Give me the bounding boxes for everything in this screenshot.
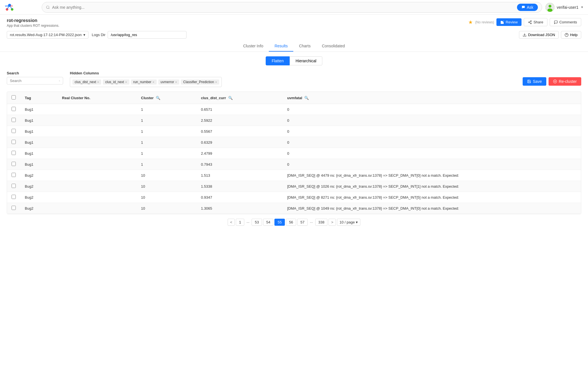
table-row: Bug112.47990: [7, 148, 581, 159]
share-button[interactable]: Share: [524, 18, 547, 26]
comments-button[interactable]: Comments: [550, 18, 581, 26]
avatar: [545, 3, 554, 12]
row-checkbox[interactable]: [12, 140, 16, 144]
tag-chip-clus-id-next: clus_id_next ×: [103, 79, 129, 85]
nav-tabs: Cluster Info Results Charts Consolidated: [7, 41, 581, 52]
row-checkbox[interactable]: [12, 184, 16, 188]
cell-clus-dist-curr: 1.5338: [196, 181, 283, 192]
cell-cluster: 10: [137, 170, 197, 181]
th-select-all[interactable]: [7, 92, 20, 104]
help-button[interactable]: Help: [561, 31, 581, 39]
cell-real-cluster-no: [57, 203, 136, 214]
per-page-selector[interactable]: 10 / page ▾: [337, 219, 360, 226]
row-checkbox[interactable]: [12, 129, 16, 133]
cell-real-cluster-no: [57, 170, 136, 181]
page-57-button[interactable]: 57: [297, 219, 307, 226]
cell-real-cluster-no: [57, 137, 136, 148]
th-clus-dist-curr: clus_dist_curr 🔍: [196, 92, 283, 104]
page-1-button[interactable]: 1: [236, 219, 244, 226]
cell-real-cluster-no: [57, 104, 136, 115]
star-button[interactable]: ★: [468, 19, 473, 25]
logo: verif AI: [5, 2, 38, 12]
share-icon: [528, 20, 532, 24]
search-section: Search: [7, 71, 63, 85]
cell-clus-dist-curr: 0.5567: [196, 126, 283, 137]
search-bar[interactable]: Ask: [42, 2, 542, 13]
row-checkbox[interactable]: [12, 206, 16, 210]
app-description: App that clusters ROT regressions.: [7, 24, 59, 28]
hierarchical-toggle[interactable]: Hierarchical: [290, 56, 322, 65]
user-menu[interactable]: verifai-user1 ▼: [545, 3, 583, 12]
cell-uvmfatal: [DMA_ISR_SEQ] @ 1026 ns: {rot_dma_xfr_tr…: [283, 181, 581, 192]
logs-dir-label: Logs Dir: [92, 33, 105, 37]
cell-tag: Bug1: [20, 159, 57, 170]
row-checkbox[interactable]: [12, 107, 16, 111]
table-header-row: Tag Real Cluster No. Cluster 🔍 clus_dist…: [7, 92, 581, 104]
uvmfatal-search-icon[interactable]: 🔍: [304, 96, 309, 100]
page-56-button[interactable]: 56: [286, 219, 296, 226]
search-input-wrap[interactable]: [7, 77, 63, 85]
cell-tag: Bug2: [20, 181, 57, 192]
recluster-button[interactable]: Re-cluster: [549, 77, 581, 86]
cell-uvmfatal: 0: [283, 104, 581, 115]
pagination: < 1 ··· 53 54 55 56 57 ··· 338 > 10 / pa…: [7, 214, 581, 230]
cell-tag: Bug1: [20, 104, 57, 115]
cell-tag: Bug1: [20, 126, 57, 137]
ai-search-input[interactable]: [52, 5, 515, 10]
ellipsis-left: ···: [245, 219, 251, 225]
page-53-button[interactable]: 53: [252, 219, 262, 226]
page-last-button[interactable]: 338: [315, 219, 328, 226]
page-55-button[interactable]: 55: [274, 219, 285, 226]
remove-uvmerror[interactable]: ×: [175, 80, 177, 84]
chevron-down-icon: ▼: [581, 6, 583, 9]
ask-button[interactable]: Ask: [517, 4, 538, 11]
review-button[interactable]: Review: [496, 18, 522, 26]
cell-real-cluster-no: [57, 192, 136, 203]
page-54-button[interactable]: 54: [263, 219, 273, 226]
cell-real-cluster-no: [57, 115, 136, 126]
hidden-columns-tags: clus_dist_next × clus_id_next × run_numb…: [70, 77, 222, 87]
cell-clus-dist-curr: 0.6329: [196, 137, 283, 148]
th-cluster: Cluster 🔍: [137, 92, 197, 104]
cell-cluster: 1: [137, 159, 197, 170]
svg-text:verif: verif: [5, 5, 11, 7]
table-row: Bug2101.3065[DMA_ISR_SEQ] @ 1049 ns: {ro…: [7, 203, 581, 214]
remove-clus-id-next[interactable]: ×: [125, 80, 127, 84]
remove-classifier-prediction[interactable]: ×: [215, 80, 217, 84]
th-tag: Tag: [20, 92, 57, 104]
cell-real-cluster-no: [57, 181, 136, 192]
logs-dir-input[interactable]: [108, 31, 187, 39]
row-checkbox[interactable]: [12, 151, 16, 155]
next-page-button[interactable]: >: [329, 219, 336, 226]
download-json-button[interactable]: Download JSON: [519, 31, 559, 39]
row-checkbox[interactable]: [12, 162, 16, 166]
tag-chip-uvmerror: uvmerror ×: [158, 79, 179, 85]
table-body: Bug110.65710Bug112.59220Bug110.55670Bug1…: [7, 104, 581, 214]
tab-charts[interactable]: Charts: [293, 41, 316, 52]
tab-consolidated[interactable]: Consolidated: [316, 41, 350, 52]
cell-uvmfatal: 0: [283, 159, 581, 170]
tab-results[interactable]: Results: [269, 41, 293, 52]
svg-point-11: [531, 21, 532, 22]
cell-uvmfatal: 0: [283, 126, 581, 137]
search-input[interactable]: [10, 79, 57, 83]
cell-tag: Bug1: [20, 148, 57, 159]
th-uvmfatal: uvmfatal 🔍: [283, 92, 581, 104]
remove-clus-dist-next[interactable]: ×: [97, 80, 99, 84]
prev-page-button[interactable]: <: [228, 219, 235, 226]
remove-run-number[interactable]: ×: [152, 80, 154, 84]
tab-cluster-info[interactable]: Cluster Info: [238, 41, 269, 52]
flatten-toggle[interactable]: Flatten: [266, 56, 290, 65]
select-all-checkbox[interactable]: [12, 95, 16, 99]
row-checkbox[interactable]: [12, 173, 16, 177]
file-selector[interactable]: rot.results.Wed-Aug-17-12:14-PM-2022.jso…: [7, 31, 88, 39]
row-checkbox[interactable]: [12, 195, 16, 199]
clus-dist-search-icon[interactable]: 🔍: [228, 96, 233, 100]
save-button[interactable]: Save: [523, 77, 546, 86]
row-checkbox[interactable]: [12, 118, 16, 122]
table-row: Bug112.59220: [7, 115, 581, 126]
search-label: Search: [7, 71, 63, 75]
username-label: verifai-user1: [557, 5, 578, 10]
cluster-search-icon[interactable]: 🔍: [156, 96, 160, 100]
cell-uvmfatal: 0: [283, 137, 581, 148]
